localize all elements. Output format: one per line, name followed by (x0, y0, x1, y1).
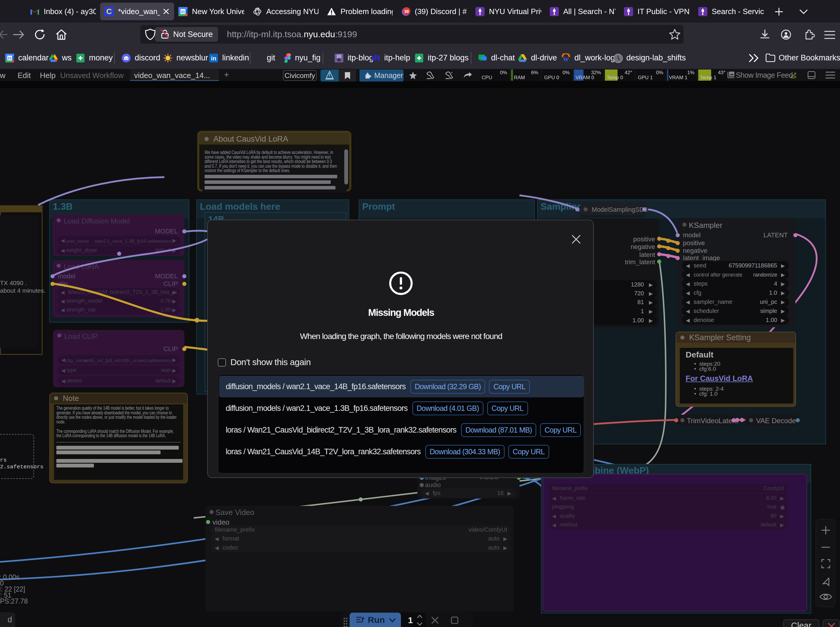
svg-text:C: C (106, 7, 112, 16)
svg-text:31: 31 (8, 56, 12, 60)
svg-text:in: in (211, 55, 216, 61)
svg-text:W: W (563, 55, 569, 63)
svg-text:31: 31 (181, 9, 185, 14)
svg-text:39: 39 (404, 9, 409, 14)
